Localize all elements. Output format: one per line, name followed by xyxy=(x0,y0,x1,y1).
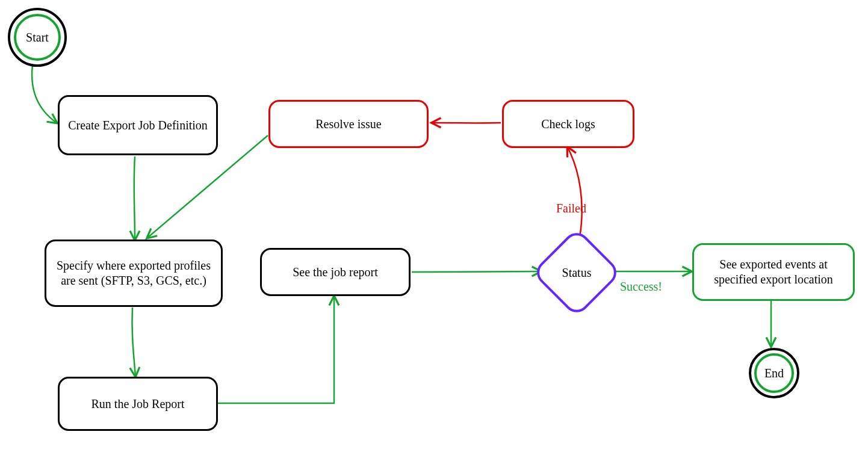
node-see-report-label: See the job report xyxy=(293,265,378,280)
node-run-label: Run the Job Report xyxy=(91,397,185,412)
node-end: End xyxy=(749,348,799,398)
node-status: Status xyxy=(545,241,609,305)
node-start-label: Start xyxy=(26,31,49,45)
node-specify-label: Specify where exported profiles are sent… xyxy=(55,258,212,288)
node-create-label: Create Export Job Definition xyxy=(68,118,208,133)
node-run: Run the Job Report xyxy=(58,377,218,431)
edge-start-create xyxy=(32,61,57,123)
node-status-label: Status xyxy=(562,266,592,280)
flowchart-canvas: Start Create Export Job Definition Resol… xyxy=(0,0,868,470)
edge-status-checklogs xyxy=(568,147,582,237)
edge-specify-run xyxy=(132,308,135,376)
node-check-logs-label: Check logs xyxy=(541,117,595,132)
edge-label-failed: Failed xyxy=(556,202,586,215)
node-start: Start xyxy=(8,8,67,67)
node-check-logs: Check logs xyxy=(502,100,634,148)
edge-seereport-status xyxy=(412,271,541,272)
node-end-label: End xyxy=(764,366,784,380)
node-see-exported: See exported events at specified export … xyxy=(692,243,855,301)
node-see-exported-label: See exported events at specified export … xyxy=(702,257,845,287)
edge-create-specify xyxy=(134,156,135,240)
edge-run-seereport xyxy=(218,297,334,403)
node-see-report: See the job report xyxy=(260,248,411,296)
node-resolve: Resolve issue xyxy=(268,100,429,148)
node-create: Create Export Job Definition xyxy=(58,95,218,155)
node-resolve-label: Resolve issue xyxy=(315,117,381,132)
edge-label-success: Success! xyxy=(620,280,662,294)
node-specify: Specify where exported profiles are sent… xyxy=(45,240,223,307)
